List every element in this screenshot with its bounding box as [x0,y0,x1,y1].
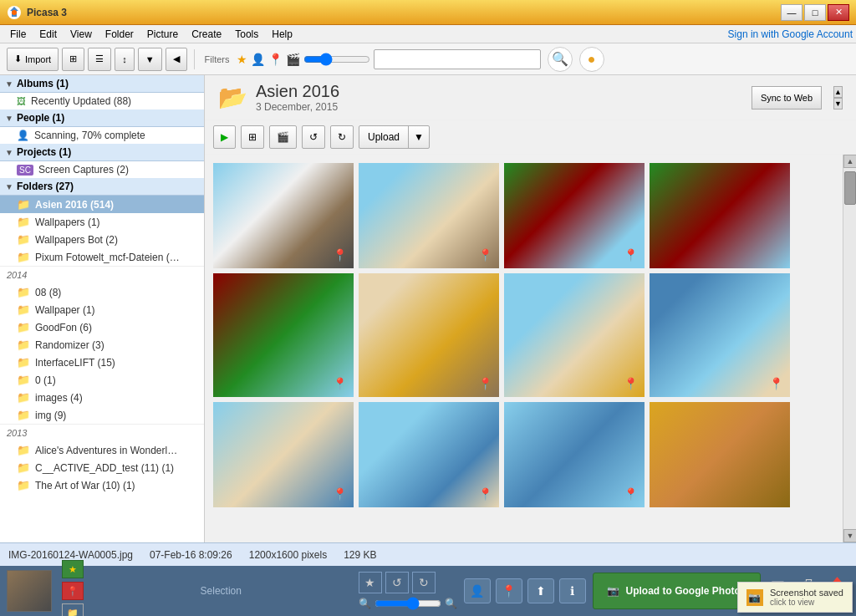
folder-button[interactable]: 📁 [62,603,84,616]
sort-button[interactable]: ↕ [115,48,135,71]
bottombar: ★ 📍 📁 Selection ★ ↺ ↻ 🔍 🔍 👤 📍 ⬆ [0,566,856,616]
list-view-button[interactable]: ☰ [88,48,111,71]
folder-interfacelift-label: InterfaceLIFT (15) [35,357,115,369]
minimize-button[interactable]: — [781,4,802,21]
folder-alice[interactable]: 📁 Alice's Adventures in Wonderl… [0,441,204,459]
movie-button[interactable]: 🎬 [269,125,297,149]
folder-goodfon[interactable]: 📁 GoodFon (6) [0,318,204,336]
star-rating-button[interactable]: ★ [359,572,382,593]
video-filter-icon[interactable]: 🎬 [286,53,300,66]
folder-08[interactable]: 📁 08 (8) [0,283,204,301]
photo-11[interactable]: 📍 [502,400,643,506]
folders-arrow: ▼ [5,182,13,191]
picasa-button[interactable]: ● [579,47,604,72]
menu-folder[interactable]: Folder [99,27,140,42]
folder-icon-goodfon: 📁 [17,321,30,333]
search-input[interactable] [374,49,541,69]
scroll-down-arrow[interactable]: ▼ [843,529,856,542]
folder-images[interactable]: 📁 images (4) [0,389,204,406]
rotate-cw-button[interactable]: ↻ [412,572,436,593]
menu-create[interactable]: Create [185,27,228,42]
map-pin-button[interactable]: 📍 [496,578,522,603]
upload-dropdown-arrow[interactable]: ▼ [409,126,429,148]
menu-picture[interactable]: Picture [140,27,185,42]
photo-7[interactable]: 📍 [502,272,643,395]
rotate-ccw-button[interactable]: ↺ [385,572,409,593]
folder-interfacelift[interactable]: 📁 InterfaceLIFT (15) [0,354,204,371]
photo-2[interactable]: 📍 [357,161,497,267]
person-tag-button[interactable]: 👤 [464,578,491,603]
more-button[interactable]: ▼ [138,48,162,71]
folder-art-of-war[interactable]: 📁 The Art of War (10) (1) [0,476,204,494]
zoom-slider[interactable] [374,597,441,610]
menu-view[interactable]: View [64,27,99,42]
share-button[interactable]: ⬆ [527,578,554,603]
google-button[interactable]: 🔍 [548,47,573,72]
rotate-right-button[interactable]: ↻ [330,125,354,149]
view-toggle-button[interactable]: ⊞ [62,48,84,71]
photo-5[interactable]: 📍 [211,272,352,395]
photo-6[interactable]: 📍 [357,272,497,395]
zoom-area: 🔍 🔍 [359,597,457,610]
recently-updated-item[interactable]: 🖼 Recently Updated (88) [0,93,204,109]
screenshot-toast[interactable]: 📷 Screenshot saved click to view [737,582,853,613]
add-star-button[interactable]: ★ [62,560,84,578]
location-filter-icon[interactable]: 📍 [268,53,283,66]
photo-12[interactable] [648,400,788,506]
filter-slider[interactable] [303,53,370,66]
filter-icons: ★ 👤 📍 🎬 [237,53,370,66]
photo-9[interactable]: 📍 [211,400,352,506]
scroll-down-button[interactable]: ▼ [833,98,843,109]
upload-button[interactable]: Upload ▼ [359,125,430,149]
sign-in-link[interactable]: Sign in with Google Account [728,28,853,40]
photo-1[interactable]: 📍 [211,161,352,267]
photo-3[interactable]: 📍 [502,161,643,267]
folder-asien-2016[interactable]: 📁 Asien 2016 (514) [0,196,204,213]
menu-tools[interactable]: Tools [228,27,265,42]
star-filter-icon[interactable]: ★ [237,53,247,66]
menu-edit[interactable]: Edit [33,27,64,42]
rotate-left-button[interactable]: ↺ [302,125,325,149]
person-filter-icon[interactable]: 👤 [251,53,265,66]
photo-10[interactable]: 📍 [357,400,497,506]
upload-main-label[interactable]: Upload [359,126,409,148]
screen-captures-item[interactable]: SC Screen Captures (2) [0,161,204,178]
folder-img[interactable]: 📁 img (9) [0,406,204,424]
menu-help[interactable]: Help [265,27,299,42]
photo-4[interactable] [648,161,788,267]
scroll-up-button[interactable]: ▲ [833,86,843,98]
folder-icon-active-add: 📁 [17,461,30,474]
upload-google-photos-button[interactable]: 📷 Upload to Google Photos [593,573,761,609]
sort-icon: ↕ [122,54,127,64]
info-button[interactable]: ℹ [559,578,586,603]
folder-wallpaper-14[interactable]: 📁 Wallpaper (1) [0,301,204,318]
projects-header[interactable]: ▼ Projects (1) [0,144,204,161]
maximize-button[interactable]: □ [804,4,826,21]
folder-icon-asien: 📁 [17,198,30,211]
folder-wallpapers[interactable]: 📁 Wallpapers (1) [0,213,204,231]
back-button[interactable]: ◀ [166,48,187,71]
geo-tag-button[interactable]: 📍 [62,582,84,600]
people-section: ▼ People (1) 👤 Scanning, 70% complete [0,109,204,144]
collage-button[interactable]: ⊞ [241,125,264,149]
folder-pixum[interactable]: 📁 Pixum Fotowelt_mcf-Dateien (… [0,248,204,266]
folder-active-add[interactable]: 📁 C__ACTIVE_ADD_test (11) (1) [0,459,204,476]
zoom-in-icon: 🔍 [445,598,457,609]
albums-header[interactable]: ▼ Albums (1) [0,75,204,93]
pin-icon-5: 📍 [333,377,347,390]
import-button[interactable]: ⬇ Import [7,48,59,71]
scroll-up-arrow[interactable]: ▲ [843,155,856,168]
share-icon: ⬆ [536,584,546,598]
person-tag-icon: 👤 [470,584,484,598]
scrollbar-thumb[interactable] [844,171,856,205]
folder-wallpapers-bot[interactable]: 📁 Wallpapers Bot (2) [0,231,204,248]
folders-header[interactable]: ▼ Folders (27) [0,178,204,196]
menu-file[interactable]: File [3,27,33,42]
folder-randomizer[interactable]: 📁 Randomizer (3) [0,336,204,354]
people-header[interactable]: ▼ People (1) [0,109,204,127]
close-button[interactable]: ✕ [828,4,849,21]
play-button[interactable]: ▶ [213,125,236,149]
photo-8[interactable]: 📍 [648,272,788,395]
folder-0[interactable]: 📁 0 (1) [0,371,204,389]
sync-to-web-button[interactable]: Sync to Web [752,86,822,109]
